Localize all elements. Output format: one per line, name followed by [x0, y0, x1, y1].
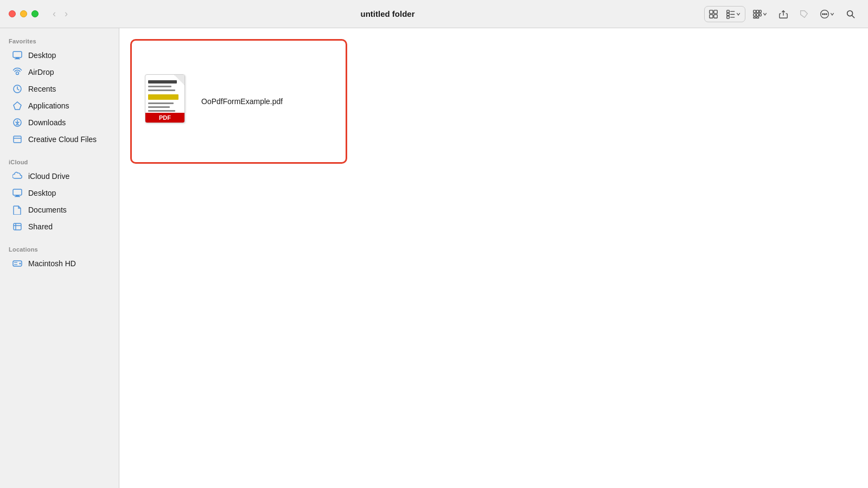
back-button[interactable]: ‹	[49, 6, 59, 22]
downloads-icon	[12, 117, 23, 128]
window-title: untitled folder	[78, 9, 698, 18]
documents-icon	[12, 204, 23, 215]
forward-button[interactable]: ›	[61, 6, 71, 22]
svg-marker-30	[14, 102, 21, 110]
sidebar: Favorites Desktop AirDrop	[0, 28, 119, 488]
pdf-label: PDF	[145, 113, 184, 123]
icloud-drive-icon	[12, 171, 23, 182]
hd-icon	[12, 258, 23, 269]
main-area: Favorites Desktop AirDrop	[0, 28, 868, 488]
nav-buttons: ‹ ›	[49, 6, 71, 22]
view-toggle	[704, 6, 745, 22]
svg-rect-33	[14, 136, 21, 143]
group-view-button[interactable]	[749, 7, 771, 22]
traffic-lights	[9, 10, 39, 17]
file-area: PDF OoPdfFormExample.pdf	[119, 28, 868, 488]
sidebar-item-shared-label: Shared	[28, 222, 53, 231]
more-button[interactable]	[816, 7, 839, 22]
sidebar-item-creative-cloud[interactable]: Creative Cloud Files	[3, 131, 116, 147]
svg-rect-6	[727, 16, 730, 18]
locations-section-label: Locations	[0, 242, 119, 255]
maximize-button[interactable]	[31, 10, 39, 17]
sidebar-item-recents[interactable]: Recents	[3, 81, 116, 97]
minimize-button[interactable]	[20, 10, 27, 17]
sidebar-item-airdrop-label: AirDrop	[28, 68, 54, 76]
svg-rect-12	[760, 10, 762, 12]
sidebar-item-macintosh-hd-label: Macintosh HD	[28, 259, 76, 268]
search-button[interactable]	[842, 7, 859, 22]
svg-rect-14	[756, 14, 759, 16]
sidebar-item-icloud-desktop[interactable]: Desktop	[3, 185, 116, 201]
sidebar-item-recents-label: Recents	[28, 85, 56, 93]
close-button[interactable]	[9, 10, 16, 17]
sidebar-item-airdrop[interactable]: AirDrop	[3, 64, 116, 80]
svg-point-22	[826, 14, 827, 15]
svg-rect-38	[14, 223, 21, 230]
icloud-section-label: iCloud	[0, 155, 119, 168]
sidebar-item-downloads-label: Downloads	[28, 118, 66, 127]
file-item-pdf[interactable]: PDF OoPdfFormExample.pdf	[130, 39, 347, 164]
svg-rect-15	[760, 14, 762, 16]
tag-button[interactable]	[795, 7, 813, 22]
svg-rect-25	[13, 52, 22, 57]
share-button[interactable]	[775, 7, 792, 22]
svg-line-24	[852, 15, 854, 18]
applications-icon	[12, 100, 23, 111]
svg-rect-5	[727, 13, 730, 16]
sidebar-item-documents[interactable]: Documents	[3, 202, 116, 218]
svg-rect-10	[754, 10, 756, 12]
sidebar-item-applications[interactable]: Applications	[3, 98, 116, 114]
desktop-icon	[12, 50, 23, 61]
pdf-file-icon: PDF	[145, 74, 185, 123]
svg-point-21	[824, 14, 825, 15]
icon-view-button[interactable]	[705, 7, 722, 22]
sidebar-item-desktop-label: Desktop	[28, 51, 56, 60]
svg-rect-4	[727, 10, 730, 12]
creative-cloud-icon	[12, 134, 23, 145]
svg-rect-0	[710, 10, 713, 13]
sidebar-item-macintosh-hd[interactable]: Macintosh HD	[3, 255, 116, 272]
list-view-button[interactable]	[722, 7, 745, 22]
sidebar-item-documents-label: Documents	[28, 206, 67, 214]
svg-rect-1	[714, 10, 717, 13]
favorites-section-label: Favorites	[0, 34, 119, 47]
svg-point-20	[822, 14, 824, 15]
sidebar-item-icloud-desktop-label: Desktop	[28, 189, 56, 197]
svg-point-42	[20, 263, 21, 265]
sidebar-item-desktop[interactable]: Desktop	[3, 47, 116, 63]
recents-icon	[12, 84, 23, 94]
svg-rect-16	[754, 17, 756, 18]
sidebar-item-downloads[interactable]: Downloads	[3, 114, 116, 131]
sidebar-item-applications-label: Applications	[28, 101, 69, 110]
svg-point-28	[16, 72, 19, 75]
file-grid: PDF OoPdfFormExample.pdf	[130, 39, 857, 164]
shared-icon	[12, 221, 23, 232]
svg-rect-17	[756, 17, 759, 18]
sidebar-item-icloud-drive[interactable]: iCloud Drive	[3, 168, 116, 184]
sidebar-item-icloud-drive-label: iCloud Drive	[28, 172, 69, 181]
svg-rect-13	[754, 14, 756, 16]
sidebar-item-shared[interactable]: Shared	[3, 219, 116, 235]
icloud-desktop-icon	[12, 188, 23, 198]
file-name: OoPdfFormExample.pdf	[201, 97, 283, 106]
toolbar-actions	[704, 6, 859, 22]
svg-point-23	[847, 10, 853, 16]
file-icon-container: PDF	[145, 74, 188, 129]
svg-rect-2	[710, 14, 713, 17]
airdrop-icon	[12, 67, 23, 78]
sidebar-item-creative-cloud-label: Creative Cloud Files	[28, 135, 97, 144]
svg-rect-3	[714, 14, 717, 17]
titlebar: ‹ › untitled folder	[0, 0, 868, 28]
svg-rect-35	[13, 189, 22, 195]
svg-rect-11	[756, 10, 759, 12]
